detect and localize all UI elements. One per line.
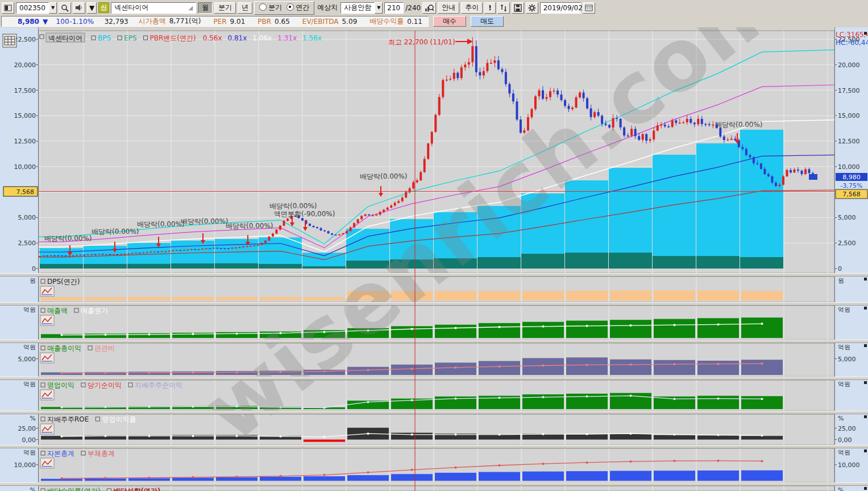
radio-quarter-icon[interactable]: [259, 3, 267, 11]
date-input[interactable]: 2019/09/02: [540, 2, 581, 14]
svg-text:5,000: 5,000: [838, 356, 856, 363]
svg-text:HC:-60,44: HC:-60,44: [836, 39, 868, 47]
svg-text:매출원가: 매출원가: [81, 307, 108, 315]
svg-text:억원: 억원: [838, 306, 850, 313]
svg-text:영업이익률: 영업이익률: [102, 415, 136, 423]
stock-code-value[interactable]: 002350: [16, 2, 49, 14]
stock-name-input[interactable]: 넥센타이어 ◢: [111, 2, 196, 14]
svg-text:10,000: 10,000: [838, 461, 860, 469]
svg-text:10,000: 10,000: [14, 163, 36, 171]
svg-text:배당수익률(연간): 배당수익률(연간): [47, 487, 100, 491]
svg-text:0.81x: 0.81x: [228, 34, 247, 42]
svg-text:넥센타이어: 넥센타이어: [48, 34, 82, 42]
svg-text:2,500: 2,500: [18, 240, 36, 247]
svg-text:12,500: 12,500: [838, 138, 860, 145]
save-icon[interactable]: [512, 2, 524, 14]
svg-text:지배주주ROE: 지배주주ROE: [47, 415, 89, 423]
ev-ebitda-label: EV/EBITDA: [302, 18, 339, 26]
change-percent: -1.10%: [69, 18, 94, 26]
bar-count-input[interactable]: 210: [384, 2, 404, 14]
svg-text:BPS: BPS: [98, 34, 111, 42]
svg-text:2,500: 2,500: [838, 240, 856, 247]
settings-gear-icon[interactable]: [526, 2, 538, 14]
compare-arrows-icon[interactable]: [497, 2, 510, 14]
alert-button[interactable]: !: [484, 2, 495, 14]
chart-area[interactable]: wisenrich.com배당락(0.00%)배당락(0.00%)배당락(0.0…: [0, 27, 868, 491]
svg-text:억원: 억원: [838, 344, 850, 351]
svg-text:12,500: 12,500: [14, 138, 36, 145]
period-month-button[interactable]: 월: [198, 2, 213, 14]
chart-toolbar: 002350 ▼ ▼ 신 넥센타이어 ◢ 월 분기 년 분기 연간 예상치 사용…: [0, 0, 868, 15]
svg-text:DPS(연간): DPS(연간): [47, 278, 80, 286]
new-stock-badge: 신: [98, 2, 109, 13]
svg-text:자본총계: 자본총계: [47, 449, 74, 457]
estimate-select[interactable]: 사용안함 ▼: [340, 2, 383, 14]
buy-button[interactable]: 매수: [433, 16, 466, 27]
svg-text:5,000: 5,000: [18, 356, 36, 363]
svg-text:액면분할(-90,00%): 액면분할(-90,00%): [274, 210, 335, 218]
chart-grid-button: [3, 34, 16, 47]
stock-chart-svg[interactable]: wisenrich.com배당락(0.00%)배당락(0.00%)배당락(0.0…: [0, 27, 868, 491]
svg-text:억원: 억원: [23, 381, 36, 388]
svg-text:17,500: 17,500: [14, 87, 36, 94]
svg-text:15,000: 15,000: [838, 112, 860, 119]
resize-grip-icon[interactable]: ◢: [189, 5, 193, 11]
svg-text:7,568: 7,568: [16, 188, 35, 196]
estimate-value[interactable]: 사용안함: [340, 2, 375, 14]
svg-text:배당락(0.00%): 배당락(0.00%): [715, 121, 762, 129]
change-direction-icon: ▼: [43, 18, 48, 26]
stock-code-combo[interactable]: 002350 ▼: [16, 2, 57, 14]
trend-button[interactable]: 추이: [461, 2, 483, 14]
estimate-label: 예상치: [317, 3, 338, 13]
svg-text:1.56x: 1.56x: [302, 34, 322, 42]
trading-app-window: 002350 ▼ ▼ 신 넥센타이어 ◢ 월 분기 년 분기 연간 예상치 사용…: [0, 0, 868, 491]
svg-text:%: %: [838, 415, 844, 422]
svg-text:억원: 억원: [838, 381, 850, 388]
svg-text:10,000: 10,000: [838, 163, 860, 171]
radio-annual[interactable]: 연간: [286, 3, 309, 13]
pbr-label: PBR: [258, 18, 271, 26]
estimate-dropdown-icon[interactable]: ▼: [375, 2, 383, 14]
bar-total-label: /240: [405, 4, 421, 12]
svg-text:25,00: 25,00: [18, 425, 36, 432]
svg-text:20,000: 20,000: [838, 61, 860, 69]
previous-window-button[interactable]: [2, 2, 14, 14]
current-price: 8,980: [7, 18, 39, 26]
per-value: 9.01: [230, 18, 246, 26]
speaker-dropdown-icon[interactable]: ▼: [87, 2, 97, 14]
svg-text:원: 원: [30, 277, 36, 284]
search-icon[interactable]: [59, 2, 71, 14]
svg-text:22,500: 22,500: [14, 36, 36, 43]
radio-quarter[interactable]: 분기: [259, 3, 282, 13]
svg-text:당기순이익: 당기순이익: [88, 381, 122, 389]
svg-text:배당락(0.00%): 배당락(0.00%): [137, 220, 184, 228]
stock-code-dropdown-icon[interactable]: ▼: [49, 2, 57, 14]
svg-text:억원: 억원: [838, 449, 850, 456]
period-quarter-button[interactable]: 분기: [214, 2, 236, 14]
svg-text:0,00: 0,00: [838, 436, 852, 444]
quote-bar: 8,980 ▼ 100 -1.10% 32,793 시가총액 8,771(억) …: [0, 15, 868, 27]
svg-text:-3,75%: -3,75%: [841, 182, 863, 189]
svg-text:억원: 억원: [23, 306, 36, 313]
calendar-icon[interactable]: [583, 2, 595, 14]
radio-annual-icon[interactable]: [286, 3, 294, 11]
svg-text:15,000: 15,000: [14, 112, 36, 119]
period-year-button[interactable]: 년: [238, 2, 252, 14]
svg-text:억원: 억원: [23, 449, 36, 456]
sell-button[interactable]: 매도: [471, 16, 504, 27]
svg-text:0,00: 0,00: [22, 436, 36, 444]
chart-zoom-icon[interactable]: [422, 2, 436, 14]
svg-text:0: 0: [32, 265, 36, 273]
svg-text:원: 원: [838, 277, 844, 284]
ev-ebitda-value: 5.09: [342, 18, 358, 26]
speaker-icon[interactable]: [73, 2, 85, 14]
svg-text:%: %: [838, 486, 844, 491]
svg-text:배당락(0.00%): 배당락(0.00%): [269, 202, 317, 210]
svg-text:EPS: EPS: [124, 34, 136, 42]
svg-text:억원: 억원: [23, 344, 36, 351]
svg-text:매출총이익: 매출총이익: [47, 344, 81, 352]
svg-text:8,980: 8,980: [842, 174, 861, 181]
market-cap-value: 8,771(억): [169, 16, 201, 26]
guide-button[interactable]: 안내: [438, 2, 459, 14]
main-legend: 넥센타이어BPSEPSPBR밴드(연간)0.56x0.81x1.06x1.31x…: [40, 33, 322, 42]
